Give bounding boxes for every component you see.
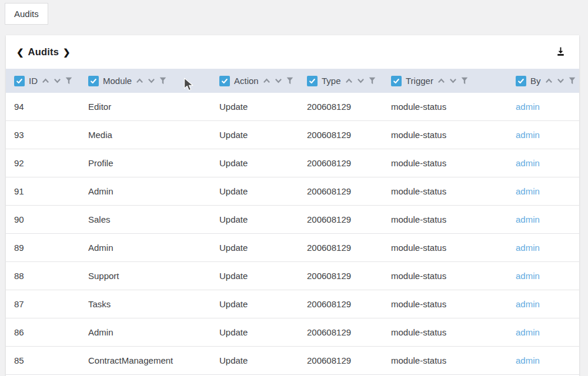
breadcrumb: ❮ Audits ❯ (16, 46, 71, 58)
cell-action: Update (219, 130, 307, 140)
column-header-action: Action (219, 76, 307, 86)
module-filter funnel-icon[interactable] (159, 77, 166, 85)
cell-action: Update (219, 186, 307, 196)
tab-audits[interactable]: Audits (5, 3, 48, 25)
by-user-link[interactable]: admin (516, 130, 540, 140)
id-sort-desc chevron-down-icon[interactable] (54, 78, 61, 84)
cell-id: 89 (14, 243, 88, 253)
by-user-link[interactable]: admin (516, 327, 540, 337)
cell-type: 200608129 (307, 186, 391, 196)
id-column-checkbox[interactable] (14, 76, 25, 86)
cell-trigger: module-status (391, 299, 516, 309)
cell-module: Support (88, 271, 219, 281)
cell-id: 93 (14, 130, 88, 140)
cell-module: Editor (88, 102, 219, 112)
cell-action: Update (219, 243, 307, 253)
cell-type: 200608129 (307, 299, 391, 309)
by-user-link[interactable]: admin (516, 186, 540, 196)
type-sort-desc chevron-down-icon[interactable] (357, 78, 365, 84)
by-user-link[interactable]: admin (516, 271, 540, 281)
cell-type: 200608129 (307, 355, 391, 365)
cell-module: ContractManagement (88, 355, 219, 365)
by-column-label: By (530, 76, 541, 86)
page-title: Audits (28, 46, 59, 58)
cell-type: 200608129 (307, 243, 391, 253)
cell-trigger: module-status (391, 355, 516, 365)
by-filter funnel-icon[interactable] (569, 77, 576, 85)
table-row: 86 Admin Update 200608129 module-status … (6, 318, 579, 347)
cell-action: Update (219, 102, 307, 112)
by-user-link[interactable]: admin (516, 299, 540, 309)
action-column-checkbox[interactable] (219, 76, 230, 86)
panel-header: ❮ Audits ❯ (6, 35, 579, 69)
action-sort-desc chevron-down-icon[interactable] (275, 78, 282, 84)
cell-trigger: module-status (391, 158, 516, 168)
chevron-left-icon[interactable]: ❮ (16, 48, 24, 56)
cell-action: Update (219, 271, 307, 281)
by-user-link[interactable]: admin (516, 158, 540, 168)
type-column-label: Type (322, 76, 341, 86)
action-column-label: Action (234, 76, 259, 86)
id-column-label: ID (29, 76, 38, 86)
module-sort-asc chevron-up-icon[interactable] (136, 78, 143, 84)
trigger-sort-asc chevron-up-icon[interactable] (437, 78, 445, 84)
type-filter funnel-icon[interactable] (369, 77, 376, 85)
trigger-filter funnel-icon[interactable] (461, 77, 468, 85)
cell-id: 94 (14, 102, 88, 112)
tab-audits-label: Audits (14, 9, 39, 19)
table-row: 91 Admin Update 200608129 module-status … (6, 177, 579, 206)
by-column-checkbox[interactable] (516, 76, 526, 86)
module-column-label: Module (103, 76, 132, 86)
cell-module: Admin (88, 186, 219, 196)
cell-action: Update (219, 299, 307, 309)
action-sort-asc chevron-up-icon[interactable] (263, 78, 270, 84)
cell-id: 91 (14, 186, 88, 196)
cell-trigger: module-status (391, 102, 516, 112)
type-column-checkbox[interactable] (307, 76, 318, 86)
id-sort-asc chevron-up-icon[interactable] (42, 78, 49, 84)
cell-trigger: module-status (391, 327, 516, 337)
cell-id: 85 (14, 355, 88, 365)
by-user-link[interactable]: admin (516, 214, 540, 224)
by-sort-asc chevron-up-icon[interactable] (545, 78, 553, 84)
table-header-row: ID Module (6, 69, 579, 93)
cell-action: Update (219, 214, 307, 224)
cell-action: Update (219, 158, 307, 168)
cell-type: 200608129 (307, 271, 391, 281)
type-sort-asc chevron-up-icon[interactable] (345, 78, 353, 84)
column-header-type: Type (307, 76, 391, 86)
action-filter funnel-icon[interactable] (286, 77, 293, 85)
cell-id: 92 (14, 158, 88, 168)
table-row: 89 Admin Update 200608129 module-status … (6, 234, 579, 262)
by-sort-desc chevron-down-icon[interactable] (557, 78, 564, 84)
table-row: 93 Media Update 200608129 module-status … (6, 121, 579, 149)
cell-action: Update (219, 327, 307, 337)
chevron-right-icon[interactable]: ❯ (63, 48, 71, 56)
cell-trigger: module-status (391, 130, 516, 140)
download-icon (555, 46, 566, 59)
cell-type: 200608129 (307, 158, 391, 168)
cell-module: Tasks (88, 299, 219, 309)
by-user-link[interactable]: admin (516, 102, 540, 112)
table-row: 85 ContractManagement Update 200608129 m… (6, 347, 579, 375)
trigger-sort-desc chevron-down-icon[interactable] (449, 78, 457, 84)
column-header-id: ID (14, 76, 88, 86)
by-user-link[interactable]: admin (516, 243, 540, 253)
cell-module: Sales (88, 214, 219, 224)
cell-trigger: module-status (391, 271, 516, 281)
column-header-module: Module (88, 76, 219, 86)
trigger-column-checkbox[interactable] (391, 76, 402, 86)
table-row: 94 Editor Update 200608129 module-status… (6, 93, 579, 121)
cell-module: Media (88, 130, 219, 140)
id-filter funnel-icon[interactable] (65, 77, 72, 85)
cell-action: Update (219, 355, 307, 365)
column-header-trigger: Trigger (391, 76, 516, 86)
cell-id: 90 (14, 214, 88, 224)
download-button[interactable] (555, 46, 566, 59)
by-user-link[interactable]: admin (516, 355, 540, 365)
table-row: 87 Tasks Update 200608129 module-status … (6, 290, 579, 318)
module-column-checkbox[interactable] (88, 76, 99, 86)
table-row: 88 Support Update 200608129 module-statu… (6, 262, 579, 290)
module-sort-desc chevron-down-icon[interactable] (148, 78, 155, 84)
cell-id: 86 (14, 327, 88, 337)
